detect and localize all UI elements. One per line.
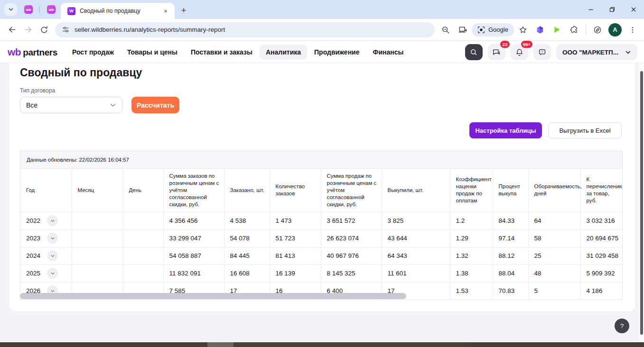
cell-bought: 3 825 bbox=[382, 212, 450, 229]
lens-icon bbox=[477, 26, 485, 34]
page-content: Сводный по продавцу Тип договора Все Рас… bbox=[0, 63, 644, 342]
cell-bought: 11 601 bbox=[382, 265, 450, 282]
purple-cube-icon bbox=[536, 26, 544, 34]
logo-partners-text: partners bbox=[23, 47, 57, 58]
google-lens-button[interactable]: Google bbox=[472, 23, 514, 37]
report-card: Сводный по продавцу Тип договора Все Рас… bbox=[9, 63, 636, 312]
header-row: ГодМесяцДеньСумма заказов по розничным ц… bbox=[20, 169, 622, 212]
search-button[interactable] bbox=[465, 44, 483, 60]
star-icon bbox=[519, 26, 527, 34]
export-excel-button[interactable]: Выгрузить в Excel bbox=[548, 122, 622, 138]
horizontal-scrollbar-thumb[interactable] bbox=[20, 293, 406, 299]
extension-cube-button[interactable] bbox=[532, 22, 548, 38]
cell-sales_sum: 26 623 074 bbox=[321, 229, 382, 247]
nav-item-finances[interactable]: Финансы bbox=[367, 45, 410, 60]
help-floating-button[interactable]: ? bbox=[615, 319, 629, 333]
expand-year-button[interactable] bbox=[47, 250, 58, 261]
close-tab-button[interactable]: × bbox=[161, 7, 170, 15]
cell-payout: 5 909 392 bbox=[580, 265, 622, 282]
calculate-button[interactable]: Рассчитать bbox=[131, 97, 179, 113]
reload-button[interactable] bbox=[36, 22, 52, 38]
cell-turnover: 5 bbox=[528, 282, 580, 300]
cell-turnover: 58 bbox=[528, 229, 580, 247]
tab-search-button[interactable] bbox=[4, 3, 17, 16]
messages-badge: 23 bbox=[500, 41, 510, 48]
table-body: 20224 356 4564 5381 4733 651 5723 8251.2… bbox=[20, 212, 622, 300]
table-head: ГодМесяцДеньСумма заказов по розничным ц… bbox=[20, 169, 622, 212]
cell-order_sum: 11 832 091 bbox=[163, 265, 224, 282]
pinned-tab-wb-1[interactable]: wb bbox=[24, 5, 33, 14]
expand-year-button[interactable] bbox=[47, 215, 58, 226]
contract-type-value: Все bbox=[26, 101, 37, 109]
extensions-button[interactable] bbox=[566, 22, 582, 38]
chevron-down-icon bbox=[50, 219, 55, 223]
wb-partners-logo[interactable]: wb partners bbox=[8, 46, 57, 58]
close-icon bbox=[631, 7, 636, 12]
nav-item-sales-growth[interactable]: Рост продаж bbox=[66, 45, 120, 60]
table-row: 202511 832 09116 60816 1398 145 32511 60… bbox=[20, 265, 622, 282]
active-tab[interactable]: W Сводный по продавцу × bbox=[61, 3, 175, 19]
cell-order_sum: 33 299 047 bbox=[163, 229, 224, 247]
nav-item-analytics[interactable]: Аналитика bbox=[260, 45, 307, 60]
year-value: 2023 bbox=[26, 235, 40, 242]
wb-favicon: wb bbox=[26, 8, 31, 12]
column-header-month: Месяц bbox=[72, 169, 123, 212]
cell-order_sum: 4 356 456 bbox=[163, 212, 224, 229]
wildberries-favicon: W bbox=[67, 7, 75, 15]
cell-markup: 1.29 bbox=[450, 229, 493, 247]
profile-avatar[interactable]: A bbox=[608, 23, 622, 37]
cell-bought: 43 644 bbox=[382, 229, 450, 247]
bookmark-button[interactable] bbox=[515, 22, 531, 38]
forward-button[interactable] bbox=[20, 22, 36, 38]
magnifier-minus-icon bbox=[441, 26, 450, 34]
minimize-button[interactable] bbox=[580, 0, 601, 19]
cell-markup: 1.38 bbox=[450, 265, 493, 282]
cell-year: 2022 bbox=[20, 212, 72, 229]
cell-sales_sum: 40 967 976 bbox=[321, 247, 382, 265]
taskbar-strip bbox=[0, 342, 644, 347]
table-settings-button[interactable]: Настройка таблицы bbox=[469, 122, 542, 138]
close-window-button[interactable] bbox=[623, 0, 644, 19]
back-arrow-icon bbox=[8, 25, 17, 34]
restore-button[interactable] bbox=[601, 0, 623, 19]
notifications-button[interactable]: 99+ bbox=[511, 44, 528, 60]
site-settings-icon bbox=[62, 26, 70, 34]
zoom-button[interactable] bbox=[438, 22, 454, 38]
table-row: 202454 058 88784 44581 41340 967 97664 3… bbox=[20, 247, 622, 265]
year-value: 2024 bbox=[26, 252, 40, 259]
support-button[interactable]: ? bbox=[533, 44, 551, 60]
cell-day bbox=[123, 247, 163, 265]
pinned-tab-wb-2[interactable]: wb bbox=[47, 5, 56, 14]
nav-item-supplies-orders[interactable]: Поставки и заказы bbox=[185, 45, 259, 60]
cell-orders_count: 81 413 bbox=[270, 247, 321, 265]
company-selector[interactable]: ООО "МАРКЕТП... bbox=[556, 44, 637, 60]
main-navigation: Рост продаж Товары и цены Поставки и зак… bbox=[66, 45, 410, 60]
cell-markup: 1.53 bbox=[450, 282, 493, 300]
save-page-button[interactable] bbox=[455, 22, 471, 38]
expand-year-button[interactable] bbox=[47, 233, 58, 244]
taskbar-segment bbox=[207, 342, 233, 347]
cell-bought: 64 343 bbox=[382, 247, 450, 265]
column-header-bought: Выкупили, шт. bbox=[382, 169, 450, 212]
expand-year-button[interactable] bbox=[47, 268, 58, 279]
toolbar-divider bbox=[586, 25, 586, 35]
vertical-scrollbar-thumb[interactable] bbox=[640, 71, 643, 335]
bell-icon bbox=[515, 48, 523, 56]
column-header-day: День bbox=[123, 169, 163, 212]
forward-arrow-icon bbox=[24, 25, 33, 34]
messages-button[interactable]: 23 bbox=[488, 44, 505, 60]
tab-title: Сводный по продавцу bbox=[80, 8, 161, 14]
address-bar[interactable]: seller.wildberries.ru/analytics-reports/… bbox=[55, 22, 435, 37]
header-actions: 23 99+ ? ООО "МАРКЕТП... bbox=[465, 44, 637, 60]
cell-payout: 20 694 675 bbox=[580, 229, 622, 247]
new-tab-button[interactable]: + bbox=[177, 4, 190, 16]
extension-play-button[interactable] bbox=[549, 22, 565, 38]
cell-month bbox=[72, 212, 123, 229]
performance-button[interactable] bbox=[589, 22, 606, 38]
cell-buyout_pct: 84.33 bbox=[493, 212, 528, 229]
nav-item-promotion[interactable]: Продвижение bbox=[308, 45, 365, 60]
contract-type-select[interactable]: Все bbox=[20, 97, 122, 113]
back-button[interactable] bbox=[4, 22, 20, 38]
nav-item-goods-prices[interactable]: Товары и цены bbox=[121, 45, 184, 60]
browser-menu-button[interactable] bbox=[625, 22, 641, 38]
